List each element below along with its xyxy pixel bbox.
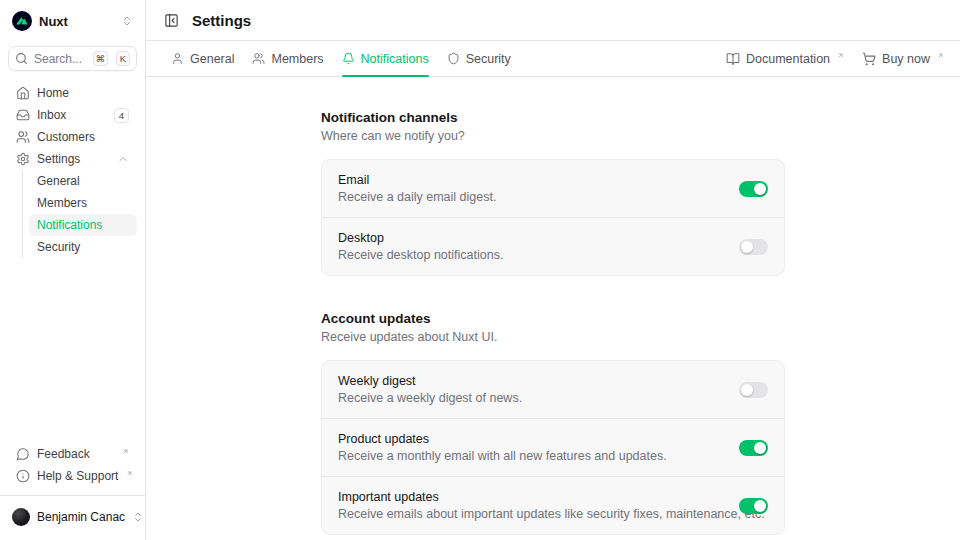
kbd-cmd: ⌘ bbox=[93, 51, 109, 66]
search-placeholder: Search... bbox=[34, 52, 87, 66]
settings-card: Weekly digest Receive a weekly digest of… bbox=[321, 360, 785, 535]
link-label: Documentation bbox=[746, 52, 830, 66]
setting-row-important-updates: Important updates Receive emails about i… bbox=[322, 476, 784, 534]
setting-row-product-updates: Product updates Receive a monthly email … bbox=[322, 418, 784, 476]
section-title: Account updates bbox=[321, 311, 785, 326]
sidebar-item-label: Security bbox=[37, 240, 129, 254]
sidebar-item-label: Help & Support bbox=[37, 469, 118, 483]
sidebar-item-home[interactable]: Home bbox=[8, 82, 137, 104]
setting-description: Receive emails about important updates l… bbox=[338, 506, 723, 522]
sidebar-item-help-support[interactable]: Help & Support bbox=[8, 465, 137, 487]
settings-content: Notification channels Where can we notif… bbox=[146, 77, 960, 540]
users-icon bbox=[16, 130, 30, 144]
users-icon bbox=[252, 52, 265, 65]
user-icon bbox=[171, 52, 184, 65]
settings-tabbar: General Members Notifications Security bbox=[146, 41, 960, 77]
desktop-toggle[interactable] bbox=[739, 239, 768, 255]
sidebar-item-label: Feedback bbox=[37, 447, 114, 461]
buy-now-link[interactable]: Buy now bbox=[862, 52, 944, 66]
sidebar-item-label: General bbox=[37, 174, 129, 188]
shield-icon bbox=[447, 52, 460, 65]
chevrons-up-down-icon bbox=[121, 15, 133, 27]
documentation-link[interactable]: Documentation bbox=[726, 52, 844, 66]
sidebar-item-label: Members bbox=[37, 196, 129, 210]
info-circle-icon bbox=[16, 469, 30, 483]
setting-description: Receive a monthly email with all new fea… bbox=[338, 448, 723, 464]
external-link-icon bbox=[937, 52, 944, 59]
setting-description: Receive desktop notifications. bbox=[338, 247, 723, 263]
setting-label: Email bbox=[338, 172, 723, 188]
message-bubble-icon bbox=[16, 447, 30, 461]
email-toggle[interactable] bbox=[739, 181, 768, 197]
sidebar-item-notifications[interactable]: Notifications bbox=[29, 214, 137, 236]
tab-security[interactable]: Security bbox=[438, 41, 520, 76]
tab-label: Notifications bbox=[361, 52, 429, 66]
setting-row-weekly-digest: Weekly digest Receive a weekly digest of… bbox=[322, 361, 784, 418]
important-updates-toggle[interactable] bbox=[739, 498, 768, 514]
weekly-digest-toggle[interactable] bbox=[739, 382, 768, 398]
workspace-name: Nuxt bbox=[39, 14, 114, 29]
tab-label: Members bbox=[271, 52, 323, 66]
tab-general[interactable]: General bbox=[162, 41, 243, 76]
inbox-count-badge: 4 bbox=[114, 108, 129, 123]
home-icon bbox=[16, 86, 30, 100]
tab-notifications[interactable]: Notifications bbox=[333, 41, 438, 76]
sidebar-item-label: Settings bbox=[37, 152, 110, 166]
sidebar: Nuxt Search... ⌘ K Home Inbox 4 bbox=[0, 0, 146, 540]
sidebar-item-settings[interactable]: Settings bbox=[8, 148, 137, 170]
header-toolbar: Documentation Buy now bbox=[726, 52, 944, 66]
tab-members[interactable]: Members bbox=[243, 41, 332, 76]
product-updates-toggle[interactable] bbox=[739, 440, 768, 456]
tab-label: Security bbox=[466, 52, 511, 66]
link-label: Buy now bbox=[882, 52, 930, 66]
book-open-icon bbox=[726, 52, 740, 66]
external-link-icon bbox=[126, 470, 133, 477]
shopping-cart-icon bbox=[862, 52, 876, 66]
external-link-icon bbox=[837, 52, 844, 59]
search-input[interactable]: Search... ⌘ K bbox=[8, 46, 137, 71]
setting-row-email: Email Receive a daily email digest. bbox=[322, 160, 784, 217]
sidebar-footer: Feedback Help & Support bbox=[8, 443, 137, 487]
chevron-up-icon bbox=[117, 153, 129, 165]
setting-label: Product updates bbox=[338, 431, 723, 447]
sidebar-item-general[interactable]: General bbox=[29, 170, 137, 192]
sidebar-item-inbox[interactable]: Inbox 4 bbox=[8, 104, 137, 126]
sidebar-item-label: Home bbox=[37, 86, 129, 100]
setting-row-desktop: Desktop Receive desktop notifications. bbox=[322, 217, 784, 275]
settings-subnav: General Members Notifications Security bbox=[22, 170, 137, 258]
sidebar-item-customers[interactable]: Customers bbox=[8, 126, 137, 148]
external-link-icon bbox=[122, 448, 129, 455]
tab-label: General bbox=[190, 52, 234, 66]
setting-label: Desktop bbox=[338, 230, 723, 246]
search-icon bbox=[15, 52, 28, 65]
avatar bbox=[12, 508, 30, 526]
sidebar-nav: Home Inbox 4 Customers Settings bbox=[8, 82, 137, 258]
section-subtitle: Receive updates about Nuxt UI. bbox=[321, 330, 785, 344]
sidebar-item-members[interactable]: Members bbox=[29, 192, 137, 214]
section-account-updates: Account updates Receive updates about Nu… bbox=[321, 311, 785, 535]
bell-icon bbox=[342, 52, 355, 65]
sidebar-item-label: Inbox bbox=[37, 108, 107, 122]
collapse-sidebar-button[interactable] bbox=[162, 11, 181, 30]
settings-card: Email Receive a daily email digest. Desk… bbox=[321, 159, 785, 276]
user-menu[interactable]: Benjamin Canac bbox=[8, 502, 137, 532]
sidebar-item-label: Customers bbox=[37, 130, 129, 144]
sidebar-item-feedback[interactable]: Feedback bbox=[8, 443, 137, 465]
nuxt-logo-icon bbox=[12, 11, 32, 31]
section-subtitle: Where can we notify you? bbox=[321, 129, 785, 143]
setting-label: Important updates bbox=[338, 489, 723, 505]
setting-label: Weekly digest bbox=[338, 373, 723, 389]
sidebar-divider bbox=[0, 495, 145, 496]
inbox-icon bbox=[16, 108, 30, 122]
user-name: Benjamin Canac bbox=[37, 510, 125, 524]
setting-description: Receive a weekly digest of news. bbox=[338, 390, 723, 406]
kbd-k: K bbox=[116, 51, 130, 66]
sidebar-item-label: Notifications bbox=[37, 218, 129, 232]
main-panel: Settings General Members Notifications S… bbox=[146, 0, 960, 540]
workspace-switcher[interactable]: Nuxt bbox=[8, 8, 137, 34]
gear-icon bbox=[16, 152, 30, 166]
page-title: Settings bbox=[192, 12, 251, 29]
panel-left-close-icon bbox=[164, 13, 179, 28]
setting-description: Receive a daily email digest. bbox=[338, 189, 723, 205]
sidebar-item-security[interactable]: Security bbox=[29, 236, 137, 258]
